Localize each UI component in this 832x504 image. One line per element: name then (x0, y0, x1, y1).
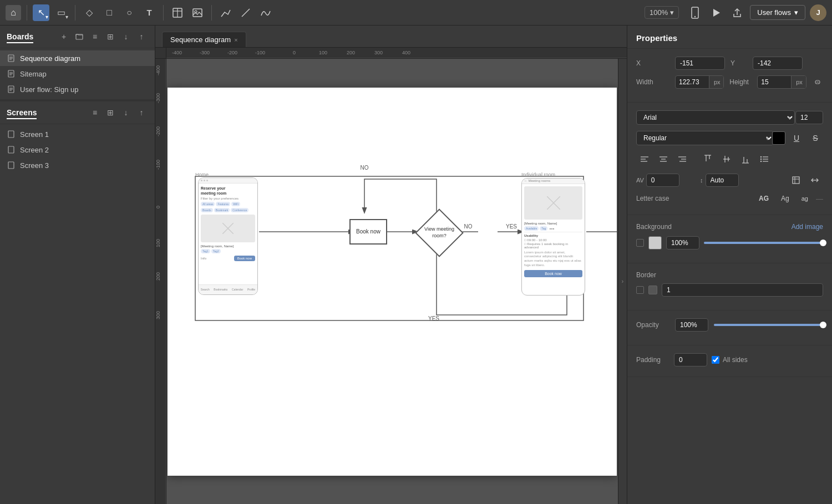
line-icon (241, 8, 251, 18)
play-button[interactable] (708, 4, 724, 21)
screen-item-1[interactable]: Screen 1 (0, 126, 155, 142)
valign-bottom-icon (742, 155, 749, 164)
share-button[interactable] (729, 4, 745, 21)
ruler-h-svg: -400 -300 -200 -100 0 100 200 300 400 (166, 48, 627, 59)
border-color-swatch[interactable] (648, 286, 657, 294)
ruler-corner (155, 48, 166, 59)
line-height-input[interactable] (706, 174, 739, 187)
board-item-sequence-diagram[interactable]: Sequence diagram (0, 50, 155, 66)
board-item-label: Sequence diagram (20, 54, 80, 63)
height-unit-select[interactable]: px % (791, 76, 806, 88)
height-input[interactable] (758, 76, 791, 88)
connector-tool[interactable] (217, 4, 234, 21)
boards-add-button[interactable]: + (57, 30, 70, 43)
background-opacity-thumb[interactable] (820, 240, 826, 246)
all-sides-checkbox[interactable] (712, 356, 719, 364)
capitalize-button[interactable]: Ag (777, 194, 794, 203)
screens-sort-down-button[interactable]: ↓ (119, 106, 133, 119)
boards-sort-down-button[interactable]: ↓ (119, 30, 133, 43)
background-opacity-input[interactable] (666, 236, 699, 250)
boards-icons: + ≡ ⊞ ↓ ↑ (57, 30, 148, 43)
boards-sort-up-button[interactable]: ↑ (135, 30, 148, 43)
width-unit-select[interactable]: px % (709, 76, 724, 88)
canvas-scroll[interactable]: NO NO YES (166, 59, 618, 504)
opacity-row: Opacity (636, 318, 823, 332)
underline-button[interactable]: U (789, 130, 804, 146)
list-format-button[interactable] (756, 151, 773, 167)
line-tool[interactable] (237, 4, 254, 21)
x-input[interactable] (675, 57, 725, 70)
tab-close-button[interactable]: × (234, 37, 237, 43)
svg-text:300: 300 (155, 311, 161, 319)
frame-icon: ▭ (57, 7, 65, 18)
avatar[interactable]: J (810, 4, 826, 21)
border-header-row: Border (636, 271, 823, 279)
canvas-page[interactable]: NO NO YES (168, 88, 617, 476)
screens-list-button[interactable]: ≡ (88, 106, 102, 119)
screens-grid-button[interactable]: ⊞ (104, 106, 117, 119)
valign-bottom-button[interactable] (737, 151, 754, 167)
border-checkbox[interactable] (636, 286, 644, 294)
strikethrough-button[interactable]: S (808, 130, 823, 146)
font-style-select[interactable]: Regular Bold Italic (636, 131, 774, 145)
svg-text:-300: -300 (155, 93, 161, 103)
opacity-input[interactable] (675, 318, 708, 332)
zoom-control[interactable]: 100% ▾ (645, 6, 679, 19)
valign-top-button[interactable] (699, 151, 716, 167)
font-size-input[interactable] (795, 111, 823, 124)
resize-icon (792, 176, 800, 185)
opacity-thumb[interactable] (820, 322, 826, 328)
canvas-tabs: Sequence diagram × (155, 26, 627, 48)
table-tool[interactable] (169, 4, 186, 21)
padding-input[interactable] (674, 353, 707, 366)
screen-item-2[interactable]: Screen 2 (0, 142, 155, 157)
background-opacity-slider[interactable] (704, 242, 823, 244)
align-left-button[interactable] (636, 151, 653, 167)
font-color-swatch[interactable] (772, 131, 785, 145)
svg-text:200: 200 (347, 50, 355, 55)
auto-size-button[interactable] (806, 172, 823, 188)
link-dimensions-button[interactable] (812, 75, 824, 89)
tab-sequence-diagram[interactable]: Sequence diagram × (162, 32, 246, 47)
screen-item-icon-3 (7, 161, 16, 170)
circle-tool[interactable]: ○ (121, 4, 138, 21)
home-button[interactable]: ⌂ (6, 5, 21, 21)
screens-sort-up-button[interactable]: ↑ (135, 106, 148, 119)
rect-tool[interactable]: □ (101, 4, 118, 21)
letter-case-label: Letter case (636, 195, 669, 202)
valign-middle-button[interactable] (718, 151, 735, 167)
diamond-tool[interactable]: ◇ (81, 4, 98, 21)
screen-item-3[interactable]: Screen 3 (0, 157, 155, 173)
align-right-button[interactable] (674, 151, 691, 167)
image-tool[interactable] (189, 4, 206, 21)
resize-to-fit-button[interactable] (788, 172, 804, 188)
collapse-panel-button[interactable]: › (618, 59, 627, 504)
background-color-swatch[interactable] (648, 236, 662, 250)
frame-tool[interactable]: ▭ ▾ (53, 4, 69, 21)
lowercase-button[interactable]: ag (797, 194, 813, 203)
boards-list-button[interactable]: ≡ (88, 30, 102, 43)
background-checkbox[interactable] (636, 239, 644, 247)
boards-folder-button[interactable] (73, 30, 86, 43)
font-family-select[interactable]: Arial Helvetica Times New Roman (636, 110, 795, 125)
y-input[interactable] (753, 57, 803, 70)
opacity-slider[interactable] (714, 324, 823, 326)
letter-spacing-input[interactable] (646, 174, 679, 187)
curve-tool[interactable] (257, 4, 274, 21)
user-flows-button[interactable]: User flows ▾ (750, 5, 805, 20)
board-item-user-flow[interactable]: User flow: Sign up (0, 82, 155, 97)
align-center-button[interactable] (655, 151, 672, 167)
uppercase-button[interactable]: AG (754, 194, 773, 203)
border-width-input[interactable] (662, 283, 823, 297)
device-preview-button[interactable] (687, 4, 703, 21)
svg-text:NO: NO (464, 223, 473, 230)
text-tool[interactable]: T (141, 4, 158, 21)
select-tool[interactable]: ↖ ▾ (33, 4, 49, 21)
board-item-sitemap[interactable]: Sitemap (0, 66, 155, 82)
valign-top-icon (704, 155, 712, 164)
screen-item-icon-2 (7, 145, 16, 154)
view-meeting-room-diamond: View meeting room? (415, 208, 464, 257)
boards-grid-button[interactable]: ⊞ (104, 30, 117, 43)
width-input[interactable] (676, 76, 709, 88)
add-image-button[interactable]: Add image (792, 223, 823, 231)
